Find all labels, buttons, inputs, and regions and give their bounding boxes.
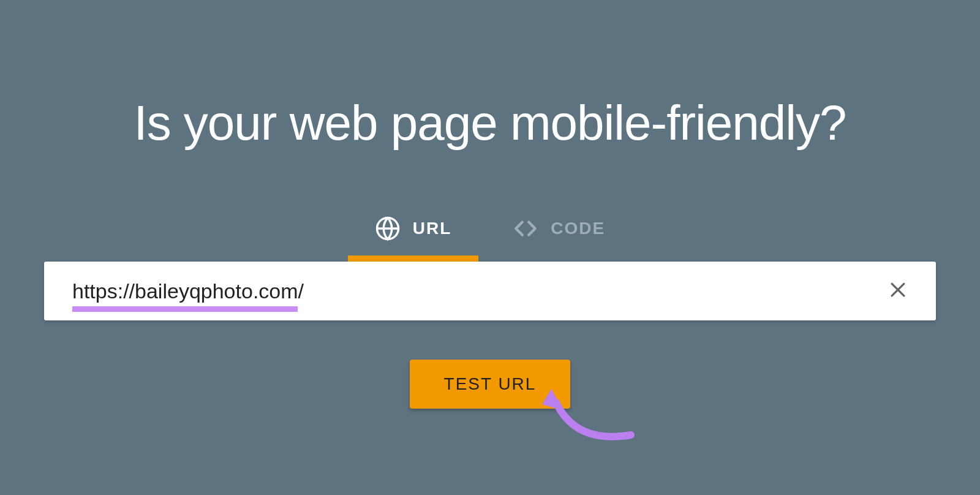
tab-code-label: CODE xyxy=(551,219,605,238)
page-title: Is your web page mobile-friendly? xyxy=(134,95,846,151)
url-input-container xyxy=(44,262,936,320)
clear-input-button[interactable] xyxy=(886,279,910,303)
test-url-button[interactable]: TEST URL xyxy=(410,360,571,409)
globe-icon xyxy=(375,216,401,241)
tab-url-label: URL xyxy=(413,219,452,238)
close-icon xyxy=(888,279,908,303)
annotation-highlight xyxy=(72,306,298,312)
input-type-tabs: URL CODE xyxy=(375,216,605,259)
tab-url[interactable]: URL xyxy=(375,216,452,259)
tab-code[interactable]: CODE xyxy=(513,216,605,259)
url-input[interactable] xyxy=(72,279,886,303)
code-icon xyxy=(513,216,538,241)
